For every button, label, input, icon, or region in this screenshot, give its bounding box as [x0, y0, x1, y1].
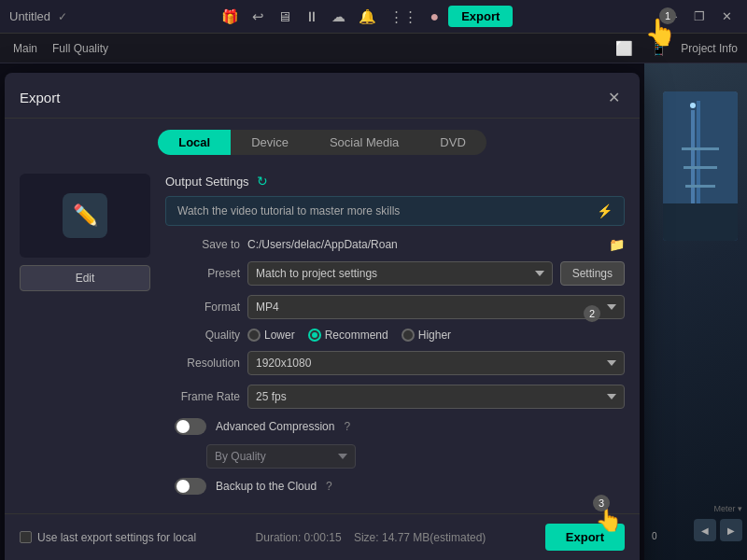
preview-btn-1[interactable]: ◀	[694, 519, 716, 541]
refresh-icon[interactable]: ↻	[257, 174, 268, 189]
use-last-settings-checkbox[interactable]	[20, 531, 32, 543]
backup-cloud-label: Backup to the Cloud	[216, 480, 317, 493]
settings-panel: Output Settings ↻ Watch the video tutori…	[165, 174, 625, 504]
quality-recommend-radio[interactable]	[308, 329, 321, 342]
phone-icon[interactable]: 📱	[646, 38, 671, 59]
export-tabs: Local Device Social Media DVD	[5, 119, 640, 164]
pause-icon[interactable]: ⏸	[301, 7, 322, 26]
close-button[interactable]: ✕	[716, 7, 738, 25]
size-text: Size: 14.77 MB(estimated)	[354, 531, 486, 544]
preview-btn-2[interactable]: ▶	[720, 519, 742, 541]
export-bottom-button[interactable]: Export	[545, 524, 625, 551]
dialog-close-button[interactable]: ✕	[602, 86, 625, 108]
gift-icon[interactable]: 🎁	[218, 7, 243, 27]
video-preview-bg	[663, 91, 738, 241]
use-last-settings-label: Use last export settings for local	[37, 531, 196, 544]
footer-meta: Duration: 0:00:15 Size: 14.77 MB(estimat…	[256, 531, 486, 544]
meter-value: 0	[652, 531, 657, 541]
by-quality-select[interactable]: By Quality	[206, 444, 356, 469]
quality-recommend-option[interactable]: Recommend	[308, 329, 388, 342]
project-info-button[interactable]: Project Info	[681, 42, 738, 55]
sub-bar-left: Main Full Quality	[9, 40, 112, 57]
resolution-row: Resolution 1920x1080	[165, 351, 625, 375]
preset-select[interactable]: Match to project settings	[247, 261, 553, 286]
restore-button[interactable]: ❐	[688, 7, 711, 25]
duration-text: Duration: 0:00:15	[256, 531, 342, 544]
bell-icon[interactable]: 🔔	[355, 7, 380, 27]
svg-point-6	[690, 103, 696, 108]
advanced-compression-help-icon[interactable]: ?	[344, 420, 350, 433]
preset-label: Preset	[165, 267, 240, 280]
window-controls: ─ ❐ ✕	[663, 7, 738, 25]
frame-rate-control: 25 fps	[247, 385, 625, 409]
quality-higher-option[interactable]: Higher	[402, 329, 451, 342]
by-quality-row: By Quality	[165, 444, 625, 469]
tab-social-media[interactable]: Social Media	[309, 130, 419, 155]
sub-bar: Main Full Quality ⬜ 📱 Project Info	[0, 34, 747, 63]
tutorial-banner[interactable]: Watch the video tutorial to master more …	[165, 196, 625, 226]
output-settings-header: Output Settings ↻	[165, 174, 625, 189]
settings-button[interactable]: Settings	[560, 261, 625, 286]
resolution-select[interactable]: 1920x1080	[247, 351, 625, 375]
back-icon[interactable]: ↩	[248, 7, 268, 27]
top-bar-center: 🎁 ↩ 🖥 ⏸ ☁ 🔔 ⋮⋮ ● Export	[218, 6, 514, 27]
use-last-settings-checkbox-label[interactable]: Use last export settings for local	[20, 531, 196, 544]
thumbnail-area: ✏️ Edit	[20, 174, 150, 504]
backup-cloud-help-icon[interactable]: ?	[326, 480, 332, 493]
advanced-compression-toggle[interactable]	[175, 418, 206, 435]
quality-higher-radio[interactable]	[402, 329, 415, 342]
edit-thumbnail-button[interactable]: Edit	[20, 265, 150, 291]
main-area: ◀ ▶ Meter ▾ 0 Export ✕ Local Device Soci…	[0, 63, 747, 560]
quality-row: Quality Lower Recommend	[165, 329, 625, 342]
tab-local[interactable]: Local	[158, 130, 231, 155]
resolution-label: Resolution	[165, 357, 240, 370]
save-to-row: Save to C:/Users/delac/AppData/Roan 📁	[165, 237, 625, 252]
quality-lower-radio[interactable]	[247, 329, 261, 342]
resolution-control: 1920x1080	[247, 351, 625, 375]
output-settings-label: Output Settings	[165, 175, 249, 189]
backup-cloud-toggle[interactable]	[175, 478, 206, 495]
svg-rect-5	[685, 185, 715, 188]
minimize-button[interactable]: ─	[663, 7, 683, 25]
grid-icon[interactable]: ⋮⋮	[386, 7, 421, 27]
save-path-text: C:/Users/delac/AppData/Roan	[247, 238, 603, 251]
tab-device[interactable]: Device	[231, 130, 309, 155]
svg-rect-4	[684, 166, 717, 169]
footer-left: Use last export settings for local	[20, 531, 196, 544]
app-title: Untitled	[9, 9, 50, 23]
sub-bar-right: ⬜ 📱 Project Info	[612, 38, 738, 59]
tutorial-text: Watch the video tutorial to master more …	[177, 204, 400, 217]
ai-icon: ⚡	[597, 203, 613, 218]
preset-control: Match to project settings Settings	[247, 261, 625, 286]
avatar-icon[interactable]: ●	[427, 7, 444, 27]
full-quality-tab[interactable]: Full Quality	[49, 40, 112, 57]
backup-cloud-row: Backup to the Cloud ?	[165, 478, 625, 495]
export-top-button[interactable]: Export	[448, 6, 513, 27]
quality-lower-label: Lower	[264, 329, 295, 342]
save-to-label: Save to	[165, 238, 240, 251]
folder-icon[interactable]: 📁	[609, 237, 625, 252]
dialog-overlay: Export ✕ Local Device Social Media DVD ✏…	[0, 63, 644, 560]
quality-higher-label: Higher	[418, 329, 451, 342]
monitor-icon[interactable]: 🖥	[274, 7, 295, 26]
screen-icon[interactable]: ⬜	[612, 38, 637, 59]
tab-dvd[interactable]: DVD	[419, 130, 486, 155]
preset-row: Preset Match to project settings Setting…	[165, 261, 625, 286]
frame-rate-select[interactable]: 25 fps	[247, 385, 625, 409]
svg-rect-3	[682, 147, 719, 150]
top-bar: Untitled ✓ 🎁 ↩ 🖥 ⏸ ☁ 🔔 ⋮⋮ ● Export ─ ❐ ✕	[0, 0, 747, 34]
main-tab[interactable]: Main	[9, 40, 41, 57]
format-select[interactable]: MP4	[247, 295, 625, 319]
frame-rate-row: Frame Rate 25 fps	[165, 385, 625, 409]
quality-lower-option[interactable]: Lower	[247, 329, 295, 342]
advanced-compression-label: Advanced Compression	[216, 420, 334, 433]
dialog-body: ✏️ Edit Output Settings ↻ Watch the vide…	[5, 164, 640, 513]
export-dialog: Export ✕ Local Device Social Media DVD ✏…	[5, 73, 640, 560]
format-label: Format	[165, 301, 240, 314]
quality-recommend-label: Recommend	[325, 329, 388, 342]
verified-icon: ✓	[58, 10, 67, 23]
dialog-title: Export	[20, 90, 60, 105]
cloud-icon[interactable]: ☁	[328, 7, 349, 27]
pencil-icon: ✏️	[73, 203, 98, 228]
thumb-edit-icon: ✏️	[63, 193, 107, 238]
